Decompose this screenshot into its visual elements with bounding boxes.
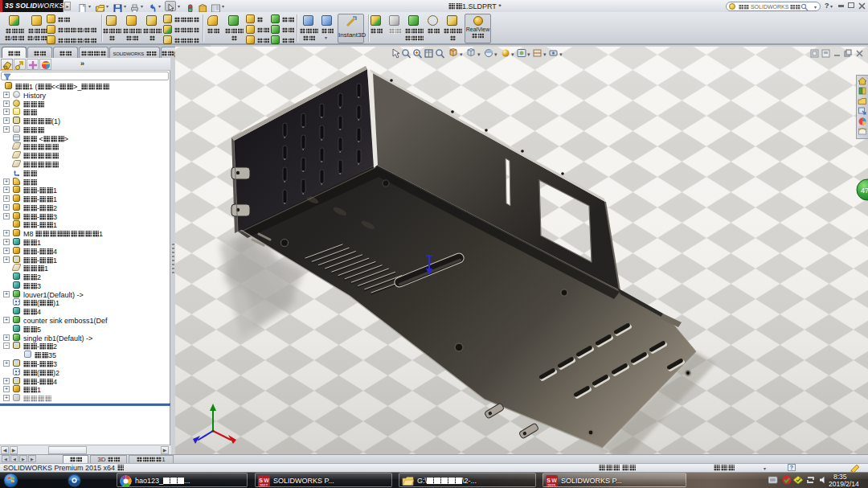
svg-text:▾: ▾ xyxy=(460,51,463,57)
svg-text:S: S xyxy=(259,478,263,483)
svg-text:▾: ▾ xyxy=(494,51,497,57)
svg-text:▾: ▾ xyxy=(543,51,547,57)
svg-text:▾: ▾ xyxy=(511,51,514,57)
svg-text:2017: 2017 xyxy=(260,483,268,487)
svg-text:▾: ▾ xyxy=(559,51,563,57)
svg-text:▾: ▾ xyxy=(477,51,481,57)
svg-text:47: 47 xyxy=(861,187,868,195)
svg-text:S: S xyxy=(547,478,551,483)
svg-text:▾: ▾ xyxy=(527,51,530,57)
svg-text:W: W xyxy=(264,478,269,483)
svg-text:2015: 2015 xyxy=(547,483,556,487)
svg-text:W: W xyxy=(551,478,557,483)
